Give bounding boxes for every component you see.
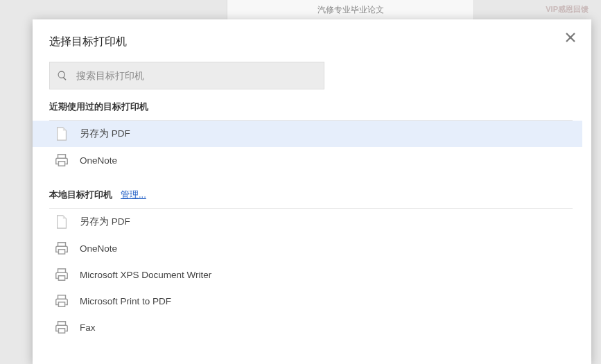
printer-icon <box>54 153 69 168</box>
vip-label: VIP感恩回馈 <box>546 4 589 15</box>
search-wrap <box>33 62 591 101</box>
printer-row[interactable]: 另存为 PDF <box>33 121 582 147</box>
printer-icon <box>53 266 70 283</box>
printer-icon <box>53 152 70 168</box>
printer-label: Microsoft XPS Document Writer <box>80 270 211 280</box>
close-button[interactable] <box>564 31 577 44</box>
background-document-tab: 汽修专业毕业论文 <box>227 0 474 21</box>
printer-row[interactable]: Fax <box>33 314 582 340</box>
printer-row[interactable]: 另存为 PDF <box>33 209 582 235</box>
printer-label: 另存为 PDF <box>80 128 130 140</box>
printer-icon <box>54 241 69 256</box>
document-icon <box>53 214 70 230</box>
printer-label: OneNote <box>80 155 117 166</box>
printer-label: OneNote <box>80 243 117 254</box>
local-header-text: 本地目标打印机 <box>49 189 112 201</box>
printer-label: 另存为 PDF <box>80 216 130 228</box>
search-icon <box>57 70 68 81</box>
printer-row[interactable]: OneNote <box>33 147 582 173</box>
local-printers-list: 另存为 PDFOneNoteMicrosoft XPS Document Wri… <box>33 209 582 340</box>
background-doc-title: 汽修专业毕业论文 <box>317 4 384 16</box>
search-input[interactable] <box>76 70 317 81</box>
document-icon <box>54 126 69 141</box>
printer-label: Microsoft Print to PDF <box>80 296 171 306</box>
recent-printers-list: 另存为 PDFOneNote <box>33 121 582 173</box>
printer-icon <box>54 267 69 282</box>
printer-dialog: 选择目标打印机 近期使用过的目标打印机 另存为 PDFOneNote 本地目标打… <box>33 19 591 364</box>
search-box[interactable] <box>49 62 324 89</box>
dialog-title: 选择目标打印机 <box>33 35 591 62</box>
printer-icon <box>53 319 70 336</box>
recent-header-text: 近期使用过的目标打印机 <box>49 101 148 113</box>
printer-scroll-area[interactable]: 近期使用过的目标打印机 另存为 PDFOneNote 本地目标打印机 管理...… <box>33 101 582 357</box>
printer-icon <box>53 293 70 309</box>
printer-row[interactable]: Microsoft Print to PDF <box>33 288 582 314</box>
manage-link[interactable]: 管理... <box>121 189 146 201</box>
close-icon <box>566 33 575 42</box>
recent-printers-header: 近期使用过的目标打印机 <box>33 101 582 120</box>
printer-icon <box>53 240 70 257</box>
printer-label: Fax <box>80 322 96 333</box>
printer-row[interactable]: Microsoft XPS Document Writer <box>33 261 582 288</box>
document-icon <box>54 214 69 229</box>
printer-icon <box>54 320 69 335</box>
document-icon <box>53 125 70 142</box>
printer-icon <box>54 293 69 309</box>
local-printers-header: 本地目标打印机 管理... <box>33 189 582 208</box>
printer-row[interactable]: OneNote <box>33 235 582 261</box>
